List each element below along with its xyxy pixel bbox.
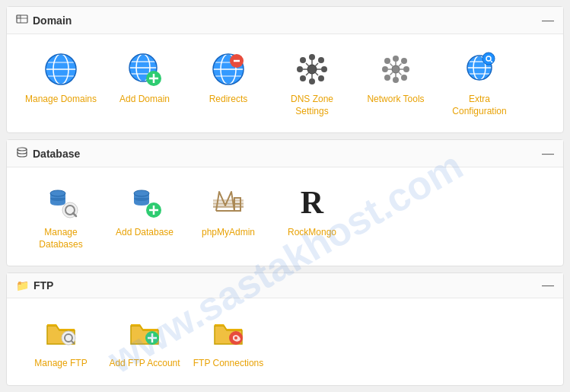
- svg-point-48: [403, 66, 409, 72]
- ftp-content: Manage FTP Add FTP Account: [7, 298, 563, 385]
- svg-point-47: [382, 66, 388, 72]
- add-ftp-account-icon: [125, 314, 164, 353]
- add-database-icon: [125, 183, 164, 222]
- manage-domains-label: Manage Domains: [25, 94, 97, 106]
- svg-point-30: [297, 66, 303, 72]
- add-database-item[interactable]: Add Database: [103, 177, 186, 257]
- manage-databases-item[interactable]: Manage Databases: [19, 177, 103, 257]
- redirects-label: Redirects: [209, 94, 248, 106]
- database-title: Database: [16, 146, 80, 161]
- redirects-item[interactable]: Redirects: [186, 43, 270, 123]
- add-domain-item[interactable]: Add Domain: [103, 43, 186, 123]
- add-database-label: Add Database: [116, 227, 174, 239]
- svg-line-43: [315, 72, 318, 75]
- domain-collapse[interactable]: —: [542, 14, 554, 27]
- svg-point-69: [18, 148, 27, 151]
- svg-point-49: [384, 58, 390, 64]
- svg-line-40: [306, 63, 309, 66]
- manage-ftp-item[interactable]: Manage FTP: [19, 308, 103, 376]
- svg-rect-1: [17, 15, 21, 18]
- manage-domains-item[interactable]: Manage Domains: [19, 43, 103, 123]
- domain-content: Manage Domains Add Domain: [7, 34, 563, 132]
- ftp-collapse[interactable]: —: [542, 279, 554, 292]
- manage-ftp-icon: [41, 314, 81, 353]
- database-icon: [16, 146, 28, 161]
- svg-line-59: [390, 72, 393, 75]
- manage-ftp-label: Manage FTP: [34, 358, 87, 370]
- svg-point-33: [318, 57, 324, 63]
- network-tools-label: Network Tools: [367, 94, 424, 106]
- rockmongo-label: RockMongo: [288, 227, 336, 239]
- svg-line-58: [399, 64, 402, 67]
- svg-line-60: [399, 72, 402, 75]
- add-domain-icon: [125, 49, 164, 89]
- add-domain-label: Add Domain: [119, 94, 170, 106]
- ftp-header: 📁 FTP —: [7, 273, 563, 298]
- domain-section: Domain — Manage Domains: [6, 6, 564, 133]
- domain-icon: [16, 13, 28, 27]
- database-collapse[interactable]: —: [542, 148, 554, 160]
- svg-point-28: [309, 54, 315, 60]
- phpmyadmin-label: phpMyAdmin: [202, 227, 255, 239]
- ftp-section: 📁 FTP — Manage FTP: [6, 272, 564, 386]
- domain-header: Domain —: [7, 7, 563, 34]
- dns-zone-settings-item[interactable]: DNS Zone Settings: [270, 43, 354, 123]
- dns-zone-settings-icon: [292, 49, 332, 89]
- svg-line-42: [306, 72, 309, 75]
- svg-point-52: [401, 75, 407, 81]
- rockmongo-icon: R: [292, 183, 332, 222]
- redirects-icon: [209, 49, 248, 89]
- svg-point-29: [309, 78, 315, 84]
- add-ftp-account-item[interactable]: Add FTP Account: [103, 308, 186, 376]
- svg-line-57: [390, 64, 393, 67]
- svg-point-50: [401, 58, 407, 64]
- svg-point-92: [234, 336, 237, 339]
- svg-point-46: [393, 77, 399, 83]
- ftp-connections-item[interactable]: FTP Connections: [186, 308, 270, 376]
- manage-databases-label: Manage Databases: [24, 227, 98, 250]
- svg-point-51: [384, 75, 390, 81]
- dns-zone-settings-label: DNS Zone Settings: [275, 94, 349, 117]
- phpmyadmin-icon: [209, 183, 248, 222]
- database-section: Database — Manage Databases: [6, 139, 564, 266]
- database-header: Database —: [7, 140, 563, 167]
- ftp-connections-icon: [209, 314, 248, 353]
- svg-point-32: [300, 57, 306, 63]
- svg-point-45: [393, 56, 399, 62]
- extra-configuration-label: Extra Configuration: [442, 94, 517, 117]
- extra-configuration-item[interactable]: Extra Configuration: [438, 43, 521, 123]
- phpmyadmin-item[interactable]: phpMyAdmin: [186, 177, 270, 257]
- ftp-icon: 📁: [16, 279, 29, 292]
- ftp-connections-label: FTP Connections: [193, 358, 264, 370]
- manage-domains-icon: [41, 49, 81, 89]
- svg-point-31: [321, 66, 327, 72]
- extra-configuration-icon: [460, 49, 499, 89]
- network-tools-icon: [376, 49, 416, 89]
- ftp-title: 📁 FTP: [16, 279, 53, 292]
- svg-point-35: [318, 75, 324, 81]
- add-ftp-account-label: Add FTP Account: [109, 358, 180, 370]
- database-content: Manage Databases Add Database: [7, 167, 563, 266]
- manage-databases-icon: [41, 183, 81, 222]
- rockmongo-item[interactable]: R RockMongo: [270, 177, 354, 257]
- svg-point-67: [482, 53, 495, 65]
- domain-title: Domain: [16, 13, 72, 27]
- svg-line-41: [315, 63, 318, 66]
- svg-point-34: [300, 75, 306, 81]
- network-tools-item[interactable]: Network Tools: [354, 43, 438, 123]
